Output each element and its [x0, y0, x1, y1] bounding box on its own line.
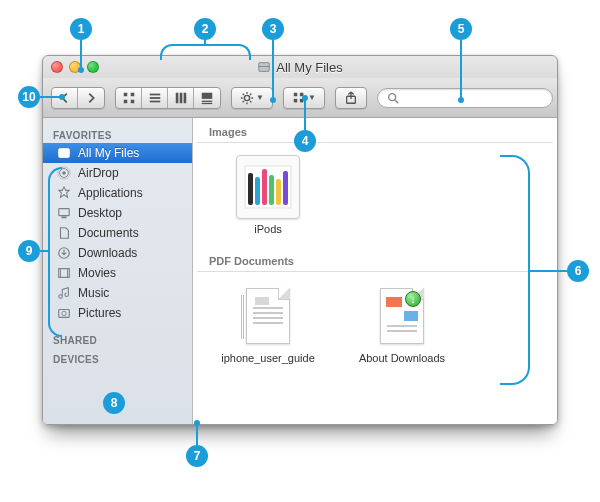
icon-view-button[interactable]: [116, 88, 142, 108]
svg-rect-9: [175, 92, 178, 103]
file-item[interactable]: iphone_user_guide: [213, 284, 323, 364]
sidebar-item-pictures[interactable]: Pictures: [43, 303, 192, 323]
zoom-button[interactable]: [87, 61, 99, 73]
sidebar-section-shared: SHARED: [43, 329, 192, 348]
svg-point-15: [244, 95, 249, 100]
annotation-5: 5: [450, 18, 472, 40]
ipods-image-icon: [244, 165, 292, 209]
share-icon: [344, 91, 358, 105]
sidebar-item-all-my-files[interactable]: All My Files: [43, 143, 192, 163]
svg-line-21: [250, 101, 251, 102]
svg-point-33: [62, 171, 66, 175]
file-name: iPods: [254, 223, 282, 235]
chevron-right-icon: [84, 91, 98, 105]
svg-rect-3: [130, 92, 134, 96]
share-button[interactable]: [335, 87, 367, 109]
all-my-files-icon: [257, 60, 271, 74]
sidebar-item-movies[interactable]: Movies: [43, 263, 192, 283]
svg-rect-0: [259, 63, 270, 72]
coverflow-icon: [200, 91, 214, 105]
action-menu-button[interactable]: ▼: [231, 87, 273, 109]
svg-rect-11: [183, 92, 186, 103]
svg-rect-14: [202, 102, 213, 103]
window-title: All My Files: [276, 60, 342, 75]
column-view-button[interactable]: [168, 88, 194, 108]
titlebar: All My Files: [43, 56, 557, 78]
svg-rect-24: [294, 92, 298, 96]
toolbar: ▼ ▼: [43, 78, 557, 118]
annotation-1: 1: [70, 18, 92, 40]
annotation-8: 8: [103, 392, 125, 414]
annotation-6: 6: [567, 260, 589, 282]
annotation-2-stem: [204, 40, 206, 46]
sidebar-item-music[interactable]: Music: [43, 283, 192, 303]
grid-icon: [122, 91, 136, 105]
pdf-icon: ↓: [380, 288, 424, 344]
sidebar-item-label: Music: [78, 286, 109, 300]
svg-rect-6: [149, 93, 160, 95]
sidebar-item-label: All My Files: [78, 146, 139, 160]
search-field[interactable]: [377, 88, 553, 108]
annotation-9-stem: [40, 250, 49, 252]
annotation-2-bracket: [160, 44, 251, 60]
svg-rect-26: [294, 98, 298, 102]
gear-icon: [240, 91, 254, 105]
svg-rect-13: [202, 100, 213, 101]
sidebar-item-airdrop[interactable]: AirDrop: [43, 163, 192, 183]
close-button[interactable]: [51, 61, 63, 73]
sidebar-item-desktop[interactable]: Desktop: [43, 203, 192, 223]
search-icon: [386, 91, 400, 105]
file-thumbnail: [236, 155, 300, 219]
list-view-button[interactable]: [142, 88, 168, 108]
svg-rect-37: [61, 217, 66, 219]
svg-rect-2: [123, 92, 127, 96]
download-badge-icon: ↓: [405, 291, 421, 307]
svg-rect-7: [149, 97, 160, 99]
annotation-6-bracket: [500, 155, 530, 385]
svg-rect-1: [259, 66, 270, 67]
annotation-4: 4: [294, 130, 316, 152]
sidebar-item-label: Applications: [78, 186, 143, 200]
svg-point-29: [388, 93, 395, 100]
svg-line-20: [243, 93, 244, 94]
svg-line-30: [395, 99, 399, 103]
sidebar-item-downloads[interactable]: Downloads: [43, 243, 192, 263]
columns-icon: [174, 91, 188, 105]
chevron-down-icon: ▼: [256, 93, 264, 102]
sidebar-item-label: Movies: [78, 266, 116, 280]
sidebar-section-favorites: FAVORITES: [43, 124, 192, 143]
svg-rect-4: [123, 99, 127, 103]
file-name: iphone_user_guide: [221, 352, 315, 364]
group-header: Images: [197, 118, 553, 143]
search-input[interactable]: [406, 92, 544, 104]
annotation-2: 2: [194, 18, 216, 40]
svg-line-23: [250, 93, 251, 94]
finder-window: All My Files: [42, 55, 558, 425]
svg-rect-8: [149, 100, 160, 102]
window-body: FAVORITES All My Files AirDrop Applicati…: [43, 118, 557, 424]
svg-point-43: [62, 311, 66, 315]
window-title-wrap: All My Files: [43, 60, 557, 75]
pdf-icon: [246, 288, 290, 344]
traffic-lights: [51, 61, 99, 73]
file-thumbnail: [236, 284, 300, 348]
sidebar-section-devices: DEVICES: [43, 348, 192, 367]
sidebar-item-label: Documents: [78, 226, 139, 240]
annotation-10: 10: [18, 86, 40, 108]
all-my-files-icon: [57, 146, 71, 160]
annotation-9: 9: [18, 240, 40, 262]
file-item[interactable]: iPods: [213, 155, 323, 235]
file-item[interactable]: ↓ About Downloads: [347, 284, 457, 364]
sidebar-item-applications[interactable]: Applications: [43, 183, 192, 203]
svg-rect-12: [202, 92, 213, 98]
sidebar: FAVORITES All My Files AirDrop Applicati…: [43, 118, 193, 424]
list-icon: [148, 91, 162, 105]
chevron-down-icon: ▼: [308, 93, 316, 102]
sidebar-item-label: Desktop: [78, 206, 122, 220]
forward-button[interactable]: [78, 88, 104, 108]
sidebar-item-documents[interactable]: Documents: [43, 223, 192, 243]
sidebar-item-label: Pictures: [78, 306, 121, 320]
annotation-3: 3: [262, 18, 284, 40]
annotation-7: 7: [186, 445, 208, 467]
coverflow-view-button[interactable]: [194, 88, 220, 108]
